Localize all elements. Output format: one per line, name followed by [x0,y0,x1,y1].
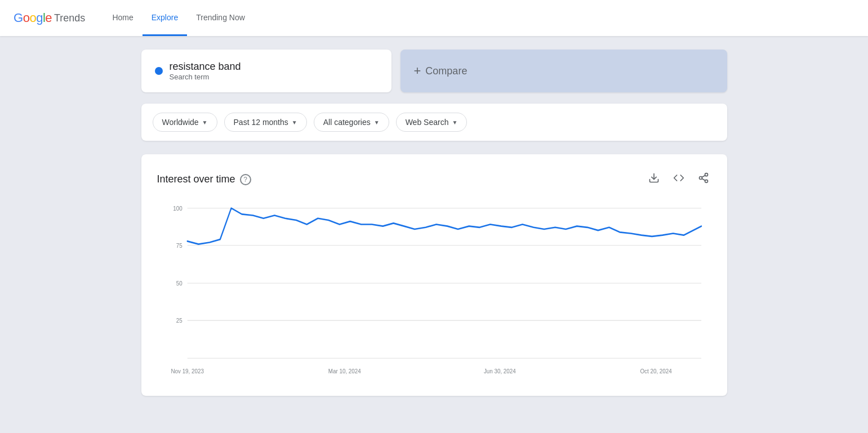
search-text-area: resistance band Search term [170,61,241,81]
nav-item-explore[interactable]: Explore [143,0,187,36]
compare-box[interactable]: + Compare [400,50,727,92]
interest-chart-svg: 100 75 50 25 Nov 19, 2023 Mar 10, 2024 J… [157,202,711,382]
search-term-label: resistance band [170,61,241,73]
filter-time-label: Past 12 months [234,118,288,127]
filter-search-type-label: Web Search [406,118,449,127]
chevron-down-icon: ▼ [292,119,297,126]
chart-actions [646,170,711,189]
svg-line-4 [702,178,705,180]
chart-header: Interest over time ? [157,170,711,189]
filter-category[interactable]: All categories ▼ [314,113,389,132]
chevron-down-icon: ▼ [452,119,457,126]
svg-text:50: 50 [176,279,182,287]
help-icon[interactable]: ? [240,174,251,185]
compare-plus-icon: + [414,64,421,78]
compare-label: Compare [425,65,467,77]
svg-text:100: 100 [173,204,182,212]
chevron-down-icon: ▼ [374,119,380,126]
svg-text:25: 25 [176,317,182,324]
chart-area: 100 75 50 25 Nov 19, 2023 Mar 10, 2024 J… [157,202,711,382]
svg-text:Nov 19, 2023: Nov 19, 2023 [171,367,203,374]
search-type-label: Search term [170,73,241,81]
svg-text:75: 75 [176,242,182,249]
filter-category-label: All categories [323,118,371,127]
chevron-down-icon: ▼ [202,119,208,126]
filters-row: Worldwide ▼ Past 12 months ▼ All categor… [141,104,727,141]
header: Google Trends Home Explore Trending Now [0,0,868,36]
nav-item-home[interactable]: Home [103,0,142,36]
svg-text:Mar 10, 2024: Mar 10, 2024 [328,367,360,374]
logo[interactable]: Google Trends [14,11,85,25]
search-dot-indicator [155,67,163,75]
svg-text:Jun 30, 2024: Jun 30, 2024 [483,367,515,374]
nav-item-trending[interactable]: Trending Now [187,0,254,36]
embed-button[interactable] [671,170,687,189]
search-box[interactable]: resistance band Search term [141,50,391,92]
chart-title: Interest over time [157,173,235,185]
share-button[interactable] [696,170,711,189]
filter-region-label: Worldwide [162,118,199,127]
search-compare-row: resistance band Search term + Compare [141,50,727,92]
filter-region[interactable]: Worldwide ▼ [153,113,217,132]
trends-wordmark: Trends [54,12,85,24]
svg-line-5 [702,175,705,177]
filter-search-type[interactable]: Web Search ▼ [396,113,468,132]
main-content: resistance band Search term + Compare Wo… [96,36,772,409]
download-button[interactable] [646,170,662,189]
main-nav: Home Explore Trending Now [103,0,253,36]
interest-over-time-card: Interest over time ? [141,154,727,396]
filter-time[interactable]: Past 12 months ▼ [224,113,307,132]
google-wordmark: Google [14,11,52,25]
svg-text:Oct 20, 2024: Oct 20, 2024 [640,367,671,374]
chart-title-area: Interest over time ? [157,173,251,185]
